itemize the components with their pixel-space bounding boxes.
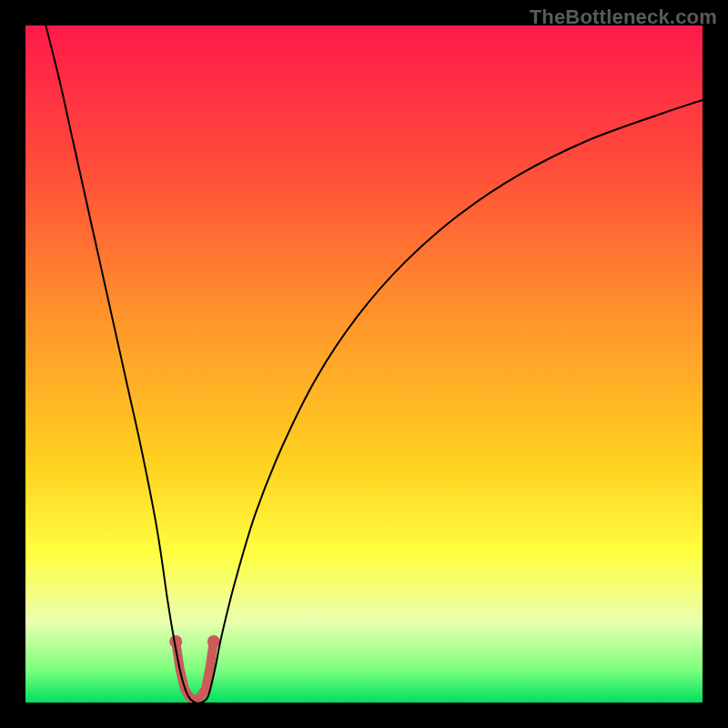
chart-frame: TheBottleneck.com (0, 0, 728, 728)
svg-point-1 (207, 635, 220, 648)
chart-background (25, 25, 703, 703)
plot-area (25, 25, 703, 703)
watermark-text: TheBottleneck.com (530, 5, 717, 29)
chart-svg (25, 25, 703, 703)
